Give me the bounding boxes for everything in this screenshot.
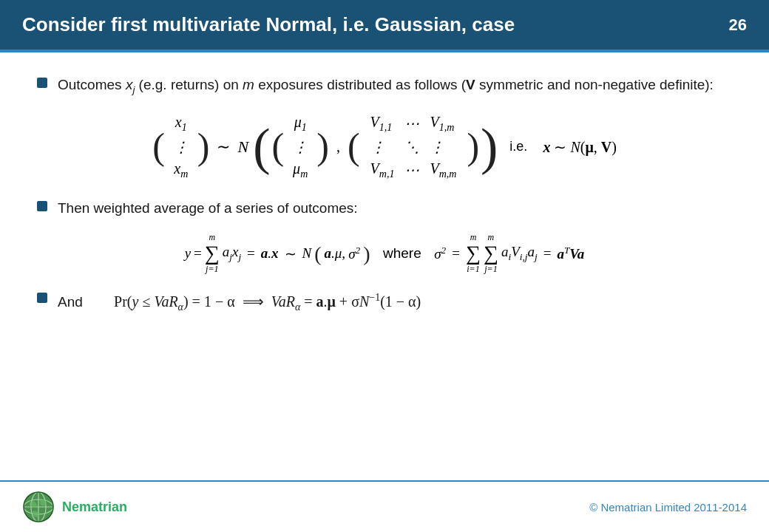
xm: xm bbox=[174, 160, 188, 180]
bullet-icon-1 bbox=[37, 78, 47, 88]
sum-j-block: m ∑ j=1 bbox=[205, 232, 220, 275]
x-vector: x1 ⋮ xm bbox=[169, 111, 193, 183]
normal-symbol: N bbox=[237, 137, 248, 157]
v-cdots: ⋯ bbox=[404, 115, 419, 132]
x-vdots: ⋮ bbox=[174, 138, 189, 156]
bullet-text-3: And Pr(y ≤ VaRα) = 1 − α ⟹ VaRα = a.μ + … bbox=[58, 290, 421, 315]
v-matrix: V1,1 ⋯ V1,m ⋮ ⋱ ⋮ Vm,1 ⋯ Vm,m bbox=[365, 111, 463, 183]
mu1: μ1 bbox=[294, 114, 307, 134]
equals2: = bbox=[247, 245, 255, 262]
y-formula: y = m ∑ j=1 ajxj = a.x ∼ N ( a.μ, σ2 ) w… bbox=[185, 232, 585, 275]
sigma2-eq: σ2 bbox=[434, 245, 446, 262]
paren-x-left: ( bbox=[152, 130, 165, 163]
equals4: = bbox=[543, 245, 552, 262]
double-paren-right: ) bbox=[481, 123, 498, 170]
mu-vector: μ1 ⋮ μm bbox=[288, 111, 312, 183]
paren-v-right: ) bbox=[467, 130, 479, 163]
bullet-text-2: Then weighted average of a series of out… bbox=[58, 198, 358, 219]
var-formula: Pr(y ≤ VaRα) = 1 − α ⟹ VaRα = a.μ + σN−1… bbox=[114, 293, 421, 310]
y-var: y bbox=[185, 245, 191, 262]
sum-j-block2: m ∑ j=1 bbox=[484, 232, 498, 275]
bullet-item-3: And Pr(y ≤ VaRα) = 1 − α ⟹ VaRα = a.μ + … bbox=[37, 290, 732, 315]
globe-logo bbox=[22, 491, 55, 523]
equals1: = bbox=[194, 245, 202, 262]
v-ddots: ⋱ bbox=[404, 138, 419, 156]
ie-text: i.e. bbox=[509, 139, 527, 154]
aj-xj: ajxj bbox=[223, 244, 241, 263]
bullet-item-2: Then weighted average of a series of out… bbox=[37, 198, 732, 219]
paren-mu-left: ( bbox=[271, 130, 284, 163]
content-area: Outcomes xj (e.g. returns) on m exposure… bbox=[0, 52, 769, 343]
paren-v-left: ( bbox=[348, 130, 360, 163]
matrix-formula: ( x1 ⋮ xm ) ∼ N ( ( μ1 ⋮ μm bbox=[152, 111, 617, 183]
footer: Nematrian © Nematrian Limited 2011-2014 bbox=[0, 480, 769, 532]
sum-sub-j: j=1 bbox=[206, 264, 218, 275]
v-vdots2: ⋮ bbox=[430, 138, 456, 156]
sum-sigma-2: ∑ bbox=[466, 243, 481, 264]
v1m: V1,m bbox=[430, 114, 456, 134]
sim2: ∼ bbox=[285, 245, 297, 262]
v-cdots2: ⋯ bbox=[404, 161, 419, 179]
mum: μm bbox=[293, 160, 308, 180]
where-text: where bbox=[383, 245, 421, 262]
paren-mu-right: ) bbox=[316, 130, 329, 163]
ie-formula: x ∼ N(μ, V) bbox=[539, 138, 616, 156]
bullet-text-1: Outcomes xj (e.g. returns) on m exposure… bbox=[58, 75, 714, 98]
brand-name: Nematrian bbox=[62, 499, 127, 515]
v-vdots1: ⋮ bbox=[370, 138, 395, 156]
paren-norm-right: ) bbox=[363, 245, 370, 263]
aij-formula: aiVi,jaj bbox=[501, 244, 538, 263]
mu-vdots: ⋮ bbox=[293, 138, 308, 156]
sigma2-left: σ2 bbox=[348, 245, 360, 262]
sum-sub-j2: j=1 bbox=[484, 264, 497, 275]
paren-norm-left: ( bbox=[314, 245, 321, 263]
aTVa: aTVa bbox=[557, 245, 584, 262]
sum-sigma-3: ∑ bbox=[484, 243, 498, 264]
comma1: , bbox=[336, 138, 340, 155]
vm1: Vm,1 bbox=[370, 160, 395, 180]
slide-number: 26 bbox=[729, 16, 747, 35]
bullet-icon-3 bbox=[37, 293, 47, 303]
equals3: = bbox=[452, 245, 460, 262]
sum-i-block: m ∑ i=1 bbox=[466, 232, 481, 275]
sim-symbol: ∼ bbox=[217, 137, 230, 157]
and-label: And bbox=[58, 294, 83, 310]
x1: x1 bbox=[175, 114, 187, 134]
footer-logo-area: Nematrian bbox=[22, 491, 127, 523]
sum-sigma-1: ∑ bbox=[205, 243, 220, 264]
bullet-icon-2 bbox=[37, 201, 47, 211]
slide-title: Consider first multivariate Normal, i.e.… bbox=[22, 13, 515, 36]
normal-N: N bbox=[302, 245, 312, 262]
double-paren-left: ( bbox=[253, 123, 270, 170]
vmm: Vm,m bbox=[430, 160, 456, 180]
a-mu: a.μ, bbox=[325, 245, 346, 262]
copyright-text: © Nematrian Limited 2011-2014 bbox=[589, 501, 747, 514]
y-formula-block: y = m ∑ j=1 ajxj = a.x ∼ N ( a.μ, σ2 ) w… bbox=[37, 232, 732, 275]
v11: V1,1 bbox=[370, 114, 395, 134]
header: Consider first multivariate Normal, i.e.… bbox=[0, 0, 769, 52]
sum-sub-i: i=1 bbox=[467, 264, 479, 275]
slide: Consider first multivariate Normal, i.e.… bbox=[0, 0, 769, 532]
paren-x-right: ) bbox=[197, 130, 210, 163]
bullet-item-1: Outcomes xj (e.g. returns) on m exposure… bbox=[37, 75, 732, 98]
ax-formula: a.x bbox=[261, 245, 279, 262]
matrix-formula-block: ( x1 ⋮ xm ) ∼ N ( ( μ1 ⋮ μm bbox=[37, 111, 732, 183]
